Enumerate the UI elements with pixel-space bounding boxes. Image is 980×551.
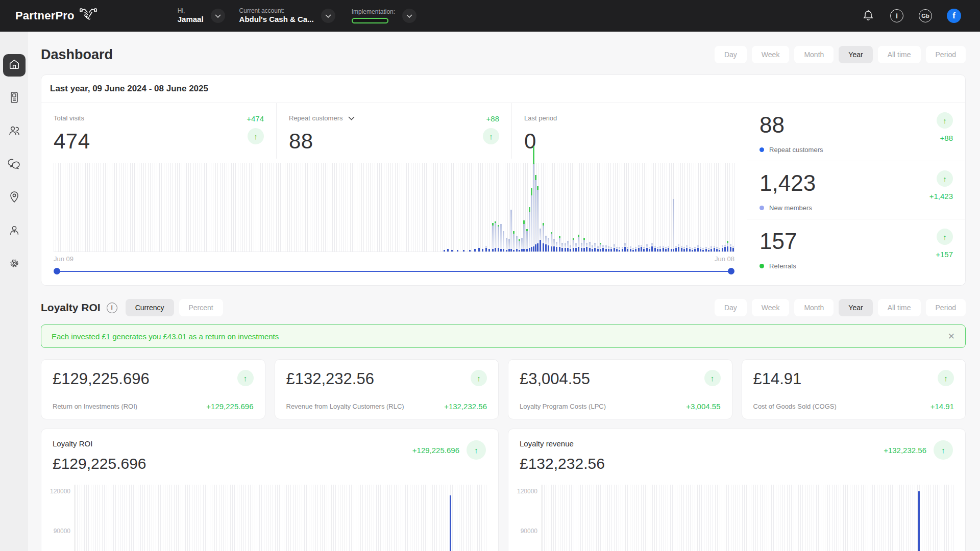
tab-day[interactable]: Day — [715, 46, 747, 63]
tab-year[interactable]: Year — [839, 46, 872, 63]
side-stat-delta: +88 — [940, 134, 953, 142]
slider-handle-start[interactable] — [54, 268, 60, 274]
roi-banner: Each invested £1 generates you £43.01 as… — [41, 324, 966, 348]
brand-logo[interactable]: PartnerPro — [15, 8, 97, 23]
kpi-label: Loyalty Program Costs (LPC) — [520, 403, 606, 410]
info-icon[interactable]: i — [889, 8, 904, 23]
implementation-progress-bar — [352, 18, 388, 23]
arrow-up-icon: ↑ — [937, 112, 953, 129]
sidebar-item-locations[interactable] — [3, 187, 26, 209]
roi-tab-day[interactable]: Day — [715, 299, 747, 316]
close-icon[interactable]: ✕ — [948, 331, 955, 342]
language-gb-icon[interactable]: Gb — [918, 8, 933, 23]
toggle-percent[interactable]: Percent — [179, 299, 223, 316]
arrow-up-icon: ↑ — [934, 440, 953, 460]
side-stat-delta: +157 — [936, 250, 953, 259]
side-stat-repeat-customers: 88 Repeat customers ↑ +88 — [747, 103, 965, 161]
side-stat-value: 1,423 — [760, 170, 816, 196]
current-account: Current account: Abdul's Cash & Ca... — [239, 7, 314, 24]
sidebar-item-account[interactable] — [3, 220, 26, 242]
stat-last-period: Last period 0 — [511, 103, 747, 159]
facebook-icon[interactable]: f — [946, 8, 962, 23]
side-stat-label: New members — [769, 204, 812, 212]
location-pin-icon — [9, 191, 19, 205]
roi-tab-year[interactable]: Year — [839, 299, 872, 316]
sidebar-item-settings[interactable] — [3, 253, 26, 276]
panel-delta: +132,232.56 — [884, 446, 926, 455]
side-stat-referrals: 157 Referrals ↑ +157 — [747, 219, 965, 277]
account-name: Abdul's Cash & Ca... — [239, 15, 314, 24]
slider-track[interactable] — [56, 271, 732, 272]
account-label: Current account: — [239, 7, 314, 15]
tab-week[interactable]: Week — [752, 46, 790, 63]
roi-tab-month[interactable]: Month — [794, 299, 834, 316]
arrow-up-icon: ↑ — [467, 440, 486, 460]
overview-side-stats: 88 Repeat customers ↑ +88 1,423 — [747, 103, 965, 285]
kpi-card-roi: £129,225.696 ↑ Return on Investments (RO… — [41, 359, 265, 419]
roi-tab-all-time[interactable]: All time — [878, 299, 921, 316]
roi-section-title: Loyalty ROI — [41, 302, 101, 314]
kpi-delta: +129,225.696 — [206, 402, 253, 411]
sidebar-item-messages[interactable] — [3, 154, 26, 176]
slider-handle-end[interactable] — [728, 268, 734, 274]
sidebar-item-pos-terminal[interactable] — [3, 87, 26, 110]
gear-icon — [9, 258, 20, 271]
chevron-down-icon[interactable] — [348, 114, 355, 122]
user-menu-chevron[interactable] — [211, 9, 225, 23]
panel-delta: +129,225.696 — [412, 446, 459, 455]
kpi-label: Cost of Goods Sold (COGS) — [753, 403, 837, 410]
stat-value: 474 — [54, 129, 90, 154]
greeting-label: Hi, — [178, 7, 204, 15]
roi-banner-text: Each invested £1 generates you £43.01 as… — [52, 332, 279, 341]
arrow-up-icon: ↑ — [704, 370, 721, 386]
loyalty-roi-panel: Loyalty ROI £129,225.696 +129,225.696 ↑ … — [41, 429, 499, 551]
account-switch-chevron[interactable] — [321, 9, 335, 23]
stat-repeat-customers: Repeat customers 88 +88 ↑ — [276, 103, 511, 159]
tab-month[interactable]: Month — [794, 46, 834, 63]
side-stat-value: 157 — [760, 229, 797, 254]
kpi-value: £132,232.56 — [286, 370, 374, 388]
sidebar-item-customers[interactable] — [3, 120, 26, 143]
kpi-delta: +132,232.56 — [444, 402, 487, 411]
home-icon — [9, 59, 20, 72]
legend-dot — [760, 264, 764, 268]
kpi-card-cogs: £14.91 ↑ Cost of Goods Sold (COGS) +14.9… — [742, 359, 966, 419]
stat-label: Last period — [524, 114, 557, 122]
handshake-icon — [80, 8, 97, 23]
user-greeting: Hi, Jamaal — [178, 7, 204, 24]
side-stat-label: Referrals — [769, 262, 796, 270]
bell-icon[interactable] — [861, 8, 876, 23]
toggle-currency[interactable]: Currency — [126, 299, 174, 316]
kpi-delta: +3,004.55 — [686, 402, 720, 411]
roi-period-tabs: Day Week Month Year All time Period — [715, 299, 966, 316]
sidebar-item-home[interactable] — [3, 54, 26, 77]
loyalty-roi-chart: 120000 90000 — [53, 485, 487, 551]
overview-card: Last year, 09 June 2024 - 08 June 2025 T… — [41, 74, 966, 286]
user-icon — [9, 224, 20, 238]
loyalty-revenue-chart: 120000 90000 — [520, 485, 954, 551]
stat-value: 88 — [289, 129, 355, 154]
roi-tab-week[interactable]: Week — [752, 299, 790, 316]
dashboard-period-tabs: Day Week Month Year All time Period — [715, 46, 966, 63]
kpi-card-lpc: £3,004.55 ↑ Loyalty Program Costs (LPC) … — [508, 359, 732, 419]
roi-tab-period[interactable]: Period — [926, 299, 966, 316]
implementation-label: Implementation: — [352, 8, 395, 16]
sidebar — [0, 32, 28, 551]
stat-delta: +88 — [486, 114, 499, 123]
date-range-slider[interactable] — [54, 268, 734, 275]
brand-name: PartnerPro — [15, 9, 75, 22]
customers-icon — [8, 125, 20, 138]
arrow-up-icon: ↑ — [937, 229, 953, 245]
stat-value: 0 — [524, 129, 557, 154]
kpi-value: £129,225.696 — [53, 370, 150, 388]
kpi-label: Revenue from Loyalty Customers (RLC) — [286, 403, 404, 410]
kpi-value: £3,004.55 — [520, 370, 590, 388]
tab-period[interactable]: Period — [926, 46, 966, 63]
legend-dot — [760, 147, 764, 152]
implementation-chevron[interactable] — [402, 9, 416, 23]
roi-info-icon[interactable]: i — [107, 303, 117, 313]
tab-all-time[interactable]: All time — [878, 46, 921, 63]
arrow-up-icon: ↑ — [483, 128, 499, 144]
stat-total-visits: Total visits 474 +474 ↑ — [41, 103, 276, 159]
y-axis-tick: 90000 — [54, 528, 70, 535]
